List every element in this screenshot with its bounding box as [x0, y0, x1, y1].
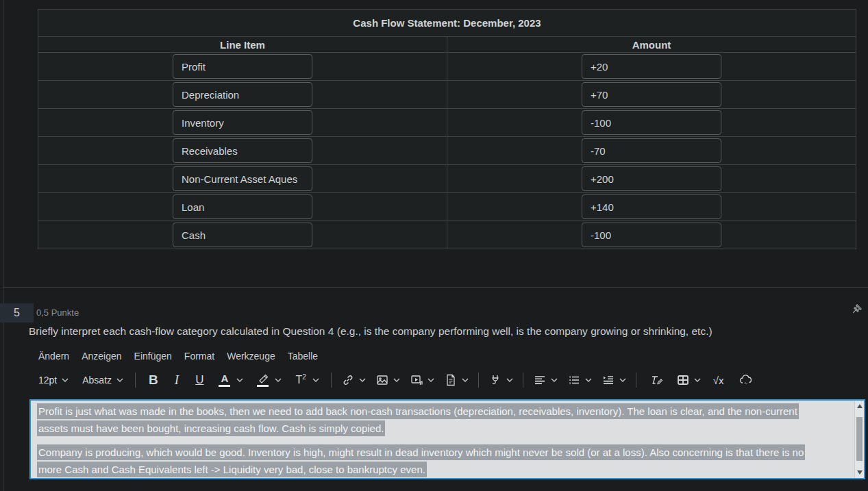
scroll-down-arrow[interactable]: [857, 470, 863, 475]
menu-view[interactable]: Anzeigen: [75, 348, 127, 364]
editor-paragraph: Profit is just what was made in the book…: [37, 403, 818, 437]
editor-content-area[interactable]: Profit is just what was made in the book…: [29, 399, 865, 479]
text-color-button[interactable]: A: [212, 369, 249, 391]
amount-input[interactable]: [582, 82, 721, 107]
editor-body[interactable]: Profit is just what was made in the book…: [31, 401, 864, 478]
font-size-select[interactable]: 12pt: [32, 369, 75, 391]
amount-input[interactable]: [582, 194, 721, 219]
cash-flow-table: Cash Flow Statement: December, 2023 Line…: [38, 9, 856, 249]
menu-tools[interactable]: Werkzeuge: [221, 348, 282, 364]
line-item-input[interactable]: [173, 223, 312, 247]
amount-input[interactable]: [582, 223, 721, 247]
math-button[interactable]: √x: [706, 369, 731, 391]
table-row: [38, 193, 856, 221]
question-points: 0,5 Punkte: [36, 307, 79, 318]
line-item-input[interactable]: [173, 54, 312, 79]
menu-format[interactable]: Format: [178, 348, 221, 364]
line-item-input[interactable]: [173, 110, 312, 135]
media-button[interactable]: [406, 369, 438, 391]
list-button[interactable]: [563, 369, 596, 391]
italic-button[interactable]: I: [167, 369, 186, 391]
menu-table[interactable]: Tabelle: [282, 348, 324, 364]
question-text: Briefly interpret each cash-flow categor…: [29, 288, 868, 338]
cloud-button[interactable]: [732, 369, 760, 391]
amount-input[interactable]: [582, 138, 721, 163]
indent-button[interactable]: [597, 369, 630, 391]
editor-toolbar: 12pt Absatz B I U A T2: [32, 367, 868, 393]
question-number-badge: 5: [0, 303, 34, 323]
menu-insert[interactable]: Einfügen: [128, 348, 178, 364]
table-row: [38, 109, 856, 137]
highlight-color-button[interactable]: [251, 369, 288, 391]
question-5-panel: 5 0,5 Punkte Briefly interpret each cash…: [3, 288, 868, 491]
link-button[interactable]: [337, 369, 370, 391]
amount-input[interactable]: [582, 54, 721, 79]
bold-button[interactable]: B: [141, 369, 166, 391]
question-4-panel: Cash Flow Statement: December, 2023 Line…: [3, 0, 868, 288]
plugin-button[interactable]: [484, 369, 517, 391]
pin-icon[interactable]: [850, 303, 863, 316]
image-button[interactable]: [371, 369, 404, 391]
line-item-input[interactable]: [173, 194, 312, 219]
col-header-line-item: Line Item: [38, 37, 447, 53]
table-row: [38, 81, 856, 109]
table-button[interactable]: [672, 369, 705, 391]
scroll-up-arrow[interactable]: [857, 404, 863, 408]
table-title: Cash Flow Statement: December, 2023: [38, 10, 856, 37]
placeholder-button[interactable]: [642, 369, 671, 391]
table-row: [38, 221, 856, 249]
editor-scrollbar[interactable]: [854, 401, 864, 478]
table-row: [38, 165, 856, 193]
align-button[interactable]: [529, 369, 562, 391]
col-header-amount: Amount: [447, 37, 856, 53]
line-item-input[interactable]: [173, 82, 312, 107]
superscript-button[interactable]: T2: [289, 369, 325, 391]
editor-paragraph: Company is producing, which would be goo…: [37, 444, 818, 478]
line-item-input[interactable]: [173, 166, 312, 191]
editor-menubar: Ändern Anzeigen Einfügen Format Werkzeug…: [32, 348, 868, 364]
block-format-select[interactable]: Absatz: [76, 369, 129, 391]
amount-input[interactable]: [582, 110, 721, 135]
scroll-thumb[interactable]: [856, 417, 863, 461]
amount-input[interactable]: [582, 166, 721, 191]
table-row: [38, 53, 856, 81]
line-item-input[interactable]: [173, 138, 312, 163]
menu-edit[interactable]: Ändern: [32, 348, 75, 364]
document-button[interactable]: [440, 369, 473, 391]
underline-button[interactable]: U: [188, 369, 211, 391]
table-row: [38, 137, 856, 165]
